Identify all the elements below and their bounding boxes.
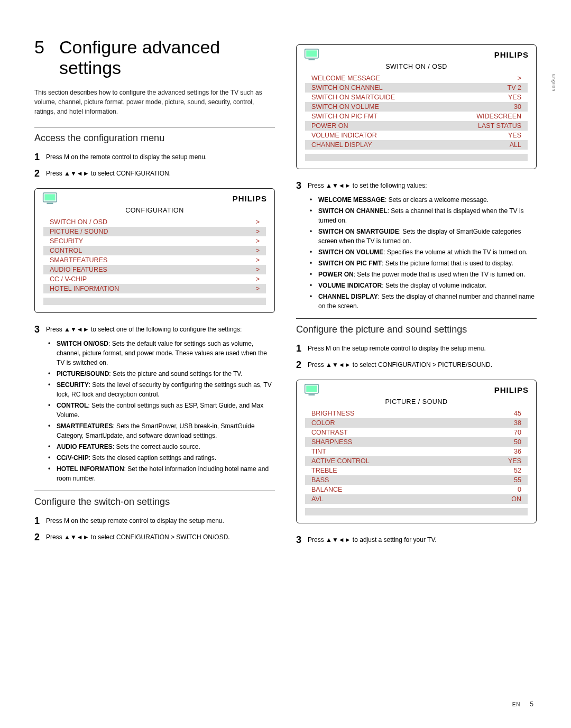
osd-row-value: YES [508,457,521,465]
osd-row: BALANCE0 [305,485,528,494]
bullet-term: AUDIO FEATURES [57,443,113,450]
osd-row-value: TV 2 [508,84,521,91]
osd-row-value: YES [508,94,521,101]
bullet-item: CC/V-CHIP: Sets the closed caption setti… [48,453,275,463]
arrow-keys-icon: ▲▼◄► [326,536,351,543]
osd-row-label: CONTRAST [311,429,348,436]
intro-text: This section describes how to configure … [34,88,275,116]
osd-row: HOTEL INFORMATION> [43,284,266,293]
osd-row: CONTRAST70 [305,428,528,437]
osd-row: SWITCH ON SMARTGUIDEYES [305,93,528,102]
osd-row-label: SWITCH ON SMARTGUIDE [311,94,395,101]
bullet-item: PICTURE/SOUND: Sets the picture and soun… [48,369,275,379]
osd-row-label: HOTEL INFORMATION [50,285,119,292]
osd-picture: PHILIPS PICTURE / SOUND BRIGHTNESS45COLO… [296,380,537,523]
osd-row-value: > [256,218,260,226]
osd-row-value: > [256,275,260,283]
tv-icon [304,48,322,61]
osd-row: WELCOME MESSAGE> [305,73,528,83]
bullet-item: SWITCH ON VOLUME: Specifies the volume a… [310,247,537,257]
osd-row-label: BASS [311,476,329,484]
bullet-desc: : Sets the closed caption settings and r… [89,454,216,462]
bullet-term: SWITCH ON VOLUME [318,248,383,256]
osd-switchon: PHILIPS SWITCH ON / OSD WELCOME MESSAGE>… [296,44,537,169]
step-3: 3Press ▲▼◄► to set the following values: [296,179,537,193]
bullet-desc: : Sets the correct audio source. [113,443,200,450]
language-tab: English [551,74,556,91]
osd-row-label: SMARTFEATURES [50,256,107,264]
osd-row-label: ACTIVE CONTROL [311,457,370,465]
bullet-item: AUDIO FEATURES: Sets the correct audio s… [48,442,275,451]
osd-row-value: ON [511,495,521,503]
bullet-term: CONTROL [57,402,88,409]
osd-row-value: 70 [514,429,521,436]
footer-lang: EN [512,702,521,707]
bullet-item: SECURITY: Sets the level of security by … [48,380,275,399]
osd-row: SECURITY> [43,236,266,246]
arrow-keys-icon: ▲▼◄► [64,326,89,333]
osd-row: SWITCH ON / OSD> [43,217,266,227]
osd-row-value: WIDESCREEN [476,113,521,120]
bullet-term: SWITCH ON CHANNEL [318,207,388,215]
osd-row: TREBLE52 [305,466,528,475]
osd-row-label: SWITCH ON / OSD [50,218,107,226]
step-3: 3Press ▲▼◄► to adjust a setting for your… [296,533,537,547]
bullet-item: SWITCH ON CHANNEL: Sets a channel that i… [310,206,537,225]
bullet-desc: : Sets the picture and sound settings fo… [109,370,242,377]
osd-footer-bar [43,298,266,305]
osd-row: BRIGHTNESS45 [305,409,528,418]
bullet-item: HOTEL INFORMATION: Set the hotel informa… [48,464,275,483]
osd-row-label: WELCOME MESSAGE [311,75,380,82]
osd-row-label: AUDIO FEATURES [50,266,107,273]
section-picture-heading: Configure the picture and sound settings [296,324,537,335]
osd-row-label: TREBLE [311,467,337,474]
osd-row-value: > [256,237,260,245]
bullet-desc: : Sets the control settings such as ESP,… [57,402,263,419]
osd-row-value: > [256,228,260,235]
osd-row-value: > [256,256,260,264]
svg-rect-4 [306,50,317,57]
osd-row-value: 30 [514,103,521,110]
arrow-keys-icon: ▲▼◄► [64,533,89,541]
osd-title: CONFIGURATION [35,206,274,217]
osd-row-label: CHANNEL DISPLAY [311,141,372,149]
bullet-term: SWITCH ON SMARTGUIDE [318,228,399,235]
osd-footer-bar [305,154,528,161]
step-3: 3Press ▲▼◄► to select one of the followi… [34,322,275,337]
osd-row-label: CONTROL [50,247,82,254]
bullet-desc: : Sets the display of volume indicator. [382,282,486,289]
osd-row: COLOR38 [305,418,528,428]
osd-title: SWITCH ON / OSD [297,62,536,73]
bullet-desc: : Sets the level of security by configur… [57,381,272,398]
osd-row: CONTROL> [43,246,266,255]
osd-row: AVLON [305,494,528,504]
bullet-term: CHANNEL DISPLAY [318,293,378,300]
tv-icon [42,192,60,205]
bullet-term: SECURITY [57,381,89,389]
bullet-term: SMARTFEATURES [57,422,113,430]
brand-logo: PHILIPS [494,50,529,59]
osd-row-value: LAST STATUS [478,122,521,130]
bullet-item: SMARTFEATURES: Sets the SmartPower, USB … [48,421,275,440]
bullet-item: CHANNEL DISPLAY: Sets the display of cha… [310,292,537,311]
osd-row-label: AVL [311,495,324,503]
svg-rect-2 [47,203,53,205]
section-access-heading: Access the configuration menu [34,133,275,144]
osd-footer-bar [305,508,528,515]
osd-row-value: > [518,75,521,82]
chapter-heading: 5 Configure advanced settings [34,37,275,78]
osd-row: AUDIO FEATURES> [43,265,266,274]
bullet-desc: : Sets or clears a welcome message. [385,196,489,204]
osd-row: CHANNEL DISPLAYALL [305,140,528,150]
bullet-term: HOTEL INFORMATION [57,465,124,473]
osd-row: TINT36 [305,447,528,456]
section-switchon-heading: Configure the switch-on settings [34,496,275,508]
step-2: 2Press ▲▼◄► to select CONFIGURATION > SW… [34,530,275,545]
osd-row: CC / V-CHIP> [43,274,266,284]
osd-row-label: SWITCH ON VOLUME [311,103,379,110]
osd-row-value: 38 [514,419,521,427]
osd-row: SHARPNESS50 [305,437,528,447]
osd-row-value: 45 [514,410,521,417]
bullet-term: SWITCH ON PIC FMT [318,260,382,267]
bullet-item: SWITCH ON SMARTGUIDE: Sets the display o… [310,227,537,246]
